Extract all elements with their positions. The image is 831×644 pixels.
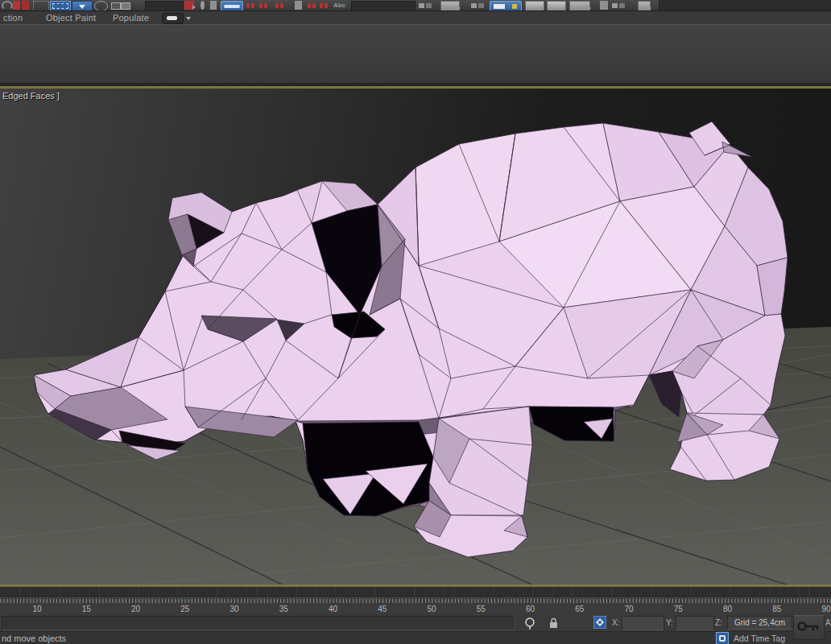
time-slider-track[interactable]	[0, 587, 831, 597]
align-icon[interactable]	[440, 1, 460, 10]
frame-number: 90	[821, 605, 830, 613]
z-label: Z:	[715, 618, 722, 627]
time-tag-icon[interactable]	[716, 632, 729, 644]
named-sets-icon[interactable]: Abc	[333, 1, 348, 10]
snap-pair-icon[interactable]	[320, 1, 330, 10]
snap-toggle-icon[interactable]	[184, 1, 194, 10]
auto-key-partial-label[interactable]: A	[825, 618, 831, 627]
circle-selection-icon[interactable]	[94, 1, 108, 10]
frame-number: 65	[575, 605, 584, 613]
tab-selection[interactable]: ction	[3, 13, 23, 23]
main-toolbar: Abc	[0, 0, 831, 10]
viewport[interactable]: Edged Faces ]	[0, 89, 831, 584]
rectangular-selection-icon[interactable]	[50, 1, 71, 10]
window-crossing-icon[interactable]	[111, 1, 130, 10]
add-time-tag[interactable]: Add Time Tag	[734, 634, 785, 643]
set-key-button[interactable]	[793, 615, 825, 640]
frame-number: 85	[772, 605, 781, 613]
coordinate-system-field[interactable]	[145, 1, 184, 10]
key-icon	[794, 616, 822, 638]
x-coordinate-input[interactable]	[622, 616, 664, 630]
rendered-frame-icon[interactable]	[612, 1, 630, 10]
ruler-ticks	[0, 598, 831, 615]
schematic-view-icon[interactable]	[547, 1, 566, 10]
status-row: X: Y: Z: Grid = 25,4cm	[0, 615, 831, 631]
frame-number: 35	[279, 605, 288, 613]
chevron-down-icon[interactable]	[186, 17, 191, 23]
render-icon[interactable]	[638, 1, 651, 10]
selection-filter-icon[interactable]	[72, 1, 93, 10]
frame-number: 20	[131, 605, 140, 613]
prompt-row: nd move objects Add Time Tag	[0, 631, 831, 644]
frame-number: 75	[674, 605, 683, 613]
percent-snap-icon[interactable]	[308, 1, 316, 10]
spinner-snap-icon[interactable]	[295, 1, 302, 10]
selection-region-icon[interactable]	[33, 1, 49, 10]
frame-number: 45	[378, 605, 387, 613]
snap-2d-icon[interactable]	[246, 1, 255, 10]
x-label: X:	[612, 618, 619, 627]
frame-number: 80	[723, 605, 732, 613]
angle-snap-icon[interactable]	[275, 1, 288, 10]
status-panel-field	[2, 616, 515, 630]
snap-25d-icon[interactable]	[259, 1, 271, 10]
undo-icon[interactable]	[2, 1, 13, 10]
lock-icon[interactable]	[548, 617, 559, 630]
y-label: Y:	[666, 618, 673, 627]
viewport-svg	[0, 89, 831, 584]
y-coordinate-input[interactable]	[676, 616, 714, 630]
isolate-selection-icon[interactable]	[524, 617, 535, 630]
dot-icon[interactable]	[201, 1, 205, 10]
frame-number: 15	[82, 605, 91, 613]
named-selection-field[interactable]	[351, 1, 416, 10]
ribbon-toggle-icon[interactable]	[490, 1, 522, 10]
coordinate-display-icon[interactable]	[593, 616, 606, 629]
tab-object-paint[interactable]: Object Paint	[46, 13, 96, 23]
frame-number: 50	[427, 605, 436, 613]
ribbon-tab-row: ction Object Paint Populate	[0, 10, 831, 25]
tab-populate[interactable]: Populate	[113, 13, 149, 23]
select-link-icon[interactable]	[13, 1, 29, 10]
curve-editor-icon[interactable]	[525, 1, 544, 10]
frame-number: 40	[329, 605, 337, 613]
toolbar-surface: Abc	[0, 0, 659, 10]
square-icon[interactable]	[210, 1, 217, 10]
prompt-line: nd move objects	[2, 634, 66, 643]
frame-number: 25	[180, 605, 189, 613]
mirror-icon[interactable]	[419, 1, 432, 10]
ribbon-panel	[0, 24, 831, 84]
render-setup-icon[interactable]	[600, 1, 608, 10]
frame-number: 60	[526, 605, 535, 613]
track-bar-ruler[interactable]: 1015202530354045505560657075808590	[0, 597, 831, 616]
frame-number: 70	[624, 605, 633, 613]
frame-number: 30	[229, 605, 238, 613]
grid-size-display: Grid = 25,4cm	[727, 616, 792, 630]
select-move-icon[interactable]	[221, 1, 243, 10]
layer-manager-icon[interactable]	[471, 1, 482, 10]
material-editor-icon[interactable]	[569, 1, 590, 10]
ribbon-minimize-button[interactable]	[162, 13, 184, 24]
viewport-shading-label[interactable]: Edged Faces ]	[2, 91, 60, 101]
frame-number: 55	[477, 605, 486, 613]
frame-number: 10	[32, 605, 41, 613]
application-window: Abc ction Object Paint Populate Edged Fa…	[0, 0, 831, 644]
